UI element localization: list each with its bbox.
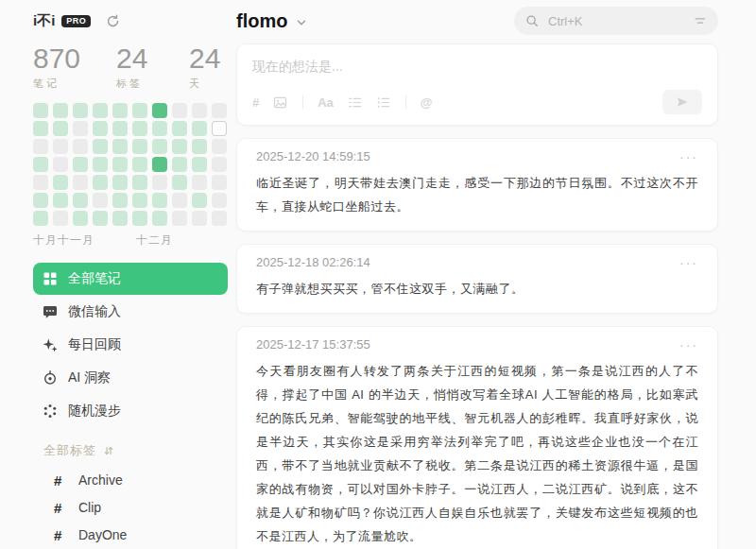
heatmap-cell[interactable]: [212, 121, 227, 136]
editor-input[interactable]: 现在的想法是...: [252, 59, 702, 76]
more-icon[interactable]: ···: [679, 150, 698, 163]
hashtag-icon[interactable]: #: [252, 94, 259, 110]
heatmap-cell[interactable]: [93, 175, 108, 190]
heatmap-cell[interactable]: [73, 121, 88, 136]
heatmap-cell[interactable]: [93, 157, 108, 172]
heatmap-cell[interactable]: [53, 103, 68, 118]
heatmap-cell[interactable]: [112, 157, 128, 172]
heatmap-cell[interactable]: [212, 157, 227, 172]
heatmap-cell[interactable]: [152, 103, 167, 118]
heatmap-cell[interactable]: [172, 175, 187, 190]
heatmap-cell[interactable]: [93, 193, 108, 208]
heatmap-cell[interactable]: [93, 139, 108, 154]
heatmap-cell[interactable]: [132, 157, 147, 172]
heatmap-cell[interactable]: [152, 121, 167, 136]
note-text: 临近圣诞了，明天带娃去澳门走走，感受一下那边的节日氛围。不过这次不开车，直接从蛇…: [256, 171, 698, 218]
search-bar[interactable]: [514, 7, 718, 35]
heatmap-cell[interactable]: [112, 121, 128, 136]
heatmap-cell[interactable]: [152, 157, 167, 172]
more-icon[interactable]: ···: [679, 256, 698, 269]
heatmap-cell[interactable]: [53, 211, 68, 226]
note-timestamp: 2025-12-17 15:37:55: [256, 337, 370, 352]
sidebar-tag-archive[interactable]: # Archive: [33, 467, 228, 494]
heatmap-cell[interactable]: [33, 157, 48, 172]
sidebar-item-insight[interactable]: AI 洞察: [33, 362, 228, 394]
heatmap-cell[interactable]: [53, 175, 68, 190]
bullet-list-icon[interactable]: [376, 94, 390, 110]
heatmap-cell[interactable]: [212, 193, 227, 208]
send-button[interactable]: [662, 90, 702, 114]
stats-row: 870 笔记 24 标签 24 天: [33, 43, 228, 91]
heatmap-cell[interactable]: [192, 121, 207, 136]
heatmap-cell[interactable]: [93, 121, 108, 136]
heatmap-cell[interactable]: [132, 175, 147, 190]
heatmap-cell[interactable]: [73, 157, 88, 172]
heatmap-cell[interactable]: [33, 103, 48, 118]
heatmap-cell[interactable]: [112, 193, 128, 208]
heatmap-cell[interactable]: [212, 103, 227, 118]
sidebar-item-grid[interactable]: 全部笔记: [33, 263, 228, 295]
heatmap-cell[interactable]: [93, 211, 108, 226]
heatmap-cell[interactable]: [172, 211, 187, 226]
heatmap-cell[interactable]: [73, 175, 88, 190]
heatmap-cell[interactable]: [53, 157, 68, 172]
heatmap-cell[interactable]: [73, 139, 88, 154]
heatmap-cell[interactable]: [33, 121, 48, 136]
heatmap-cell[interactable]: [192, 157, 207, 172]
heatmap-cell[interactable]: [172, 121, 187, 136]
heatmap-cell[interactable]: [172, 103, 187, 118]
filter-icon[interactable]: [694, 14, 707, 27]
heatmap-cell[interactable]: [212, 175, 227, 190]
heatmap-cell[interactable]: [73, 103, 88, 118]
sidebar-item-chat[interactable]: 微信输入: [33, 296, 228, 328]
heatmap-cell[interactable]: [152, 175, 167, 190]
heatmap-cell[interactable]: [112, 175, 128, 190]
ordered-list-icon[interactable]: [348, 94, 362, 110]
heatmap-cell[interactable]: [192, 211, 207, 226]
heatmap-cell[interactable]: [132, 139, 147, 154]
heatmap-cell[interactable]: [172, 139, 187, 154]
heatmap-cell[interactable]: [53, 139, 68, 154]
heatmap-cell[interactable]: [132, 103, 147, 118]
heatmap-cell[interactable]: [172, 157, 187, 172]
heatmap-cell[interactable]: [112, 139, 128, 154]
heatmap-cell[interactable]: [73, 193, 88, 208]
heatmap-cell[interactable]: [112, 103, 128, 118]
mention-icon[interactable]: @: [421, 94, 433, 110]
heatmap-cell[interactable]: [192, 175, 207, 190]
heatmap-cell[interactable]: [33, 211, 48, 226]
sort-icon[interactable]: [103, 445, 114, 456]
heatmap-cell[interactable]: [192, 103, 207, 118]
more-icon[interactable]: ···: [679, 338, 698, 352]
heatmap-cell[interactable]: [132, 211, 147, 226]
heatmap-cell[interactable]: [152, 193, 167, 208]
heatmap-cell[interactable]: [132, 193, 147, 208]
heatmap-cell[interactable]: [132, 121, 147, 136]
heatmap-cell[interactable]: [53, 121, 68, 136]
heatmap-cell[interactable]: [192, 139, 207, 154]
sidebar-tag-clip[interactable]: # Clip: [33, 494, 228, 522]
heatmap-cell[interactable]: [172, 193, 187, 208]
stat-value: 24: [189, 43, 220, 74]
heatmap-months: 十月 十一月 十二月: [33, 232, 228, 249]
sidebar-item-dots[interactable]: 随机漫步: [33, 395, 228, 427]
heatmap-cell[interactable]: [212, 139, 227, 154]
search-input[interactable]: [546, 13, 671, 29]
format-icon[interactable]: Aa: [318, 94, 334, 110]
sidebar-tag-dayone[interactable]: # DayOne: [33, 522, 228, 549]
heatmap-cell[interactable]: [212, 211, 227, 226]
heatmap-cell[interactable]: [93, 103, 108, 118]
heatmap-cell[interactable]: [73, 211, 88, 226]
heatmap-cell[interactable]: [33, 175, 48, 190]
image-icon[interactable]: [273, 94, 287, 110]
heatmap-cell[interactable]: [152, 211, 167, 226]
heatmap-cell[interactable]: [33, 139, 48, 154]
heatmap-cell[interactable]: [112, 211, 128, 226]
heatmap-cell[interactable]: [53, 193, 68, 208]
heatmap-cell[interactable]: [33, 193, 48, 208]
sidebar-item-sparkle[interactable]: 每日回顾: [33, 329, 228, 361]
chevron-down-icon[interactable]: [295, 16, 308, 29]
refresh-icon[interactable]: [106, 14, 120, 28]
heatmap-cell[interactable]: [152, 139, 167, 154]
heatmap-cell[interactable]: [192, 193, 207, 208]
